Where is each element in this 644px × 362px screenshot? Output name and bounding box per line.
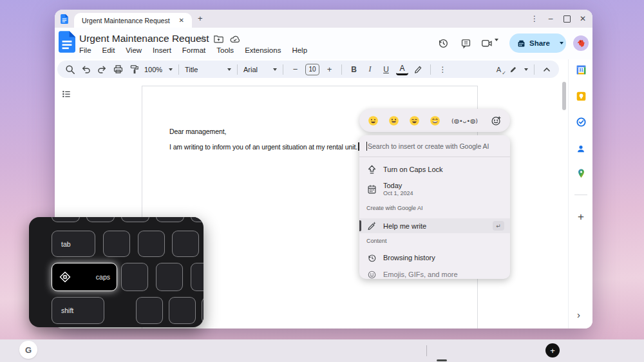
version-history-icon[interactable] [435,35,451,52]
menu-edit[interactable]: Edit [102,46,115,54]
emoji-grinning-face[interactable] [368,115,379,126]
menu-insert[interactable]: Insert [153,46,171,54]
paint-format-icon[interactable] [128,62,140,76]
key[interactable] [136,297,163,324]
search-caret [366,142,367,151]
font-size-decrease-button[interactable]: − [289,62,301,76]
underline-button[interactable]: U [380,62,392,76]
key[interactable] [156,263,183,291]
virtual-keyboard: tab caps shift [29,217,204,327]
menu-item-emojis-gifs[interactable]: Emojis, GIFs, and more [359,267,510,279]
key-tab[interactable]: tab [52,231,95,257]
print-icon[interactable] [112,62,124,76]
toolbar-overflow-icon[interactable]: ⋮ [437,62,449,76]
font-size-input[interactable]: 10 [305,64,319,75]
menu-help[interactable]: Help [292,46,307,54]
launcher-button[interactable]: G [19,341,37,359]
quick-insert-emoji-bar: (◍•ᴗ•◍) [359,109,510,132]
docs-header: Urgent Maintenance Request ☆ File Edit V… [55,28,592,59]
font-size-increase-button[interactable]: + [323,62,336,76]
move-folder-icon[interactable] [214,35,223,43]
share-dropdown-icon[interactable] [560,42,564,44]
key-shift[interactable]: shift [52,297,104,324]
domain-lock-icon [517,39,526,48]
edit-pen-icon [509,65,518,74]
keep-app-icon[interactable] [575,90,587,102]
menu-tools[interactable]: Tools [216,46,234,54]
browsing-history-icon [366,252,377,263]
star-icon[interactable]: ☆ [199,33,207,43]
font-family-value: Arial [243,66,258,73]
key[interactable] [103,231,130,257]
docs-favicon-icon [61,14,68,24]
key[interactable] [86,217,115,222]
new-tab-button[interactable]: + [198,14,203,23]
svg-text:31: 31 [578,68,583,72]
share-button[interactable]: Share [509,33,566,53]
docs-logo-icon[interactable] [59,31,75,53]
undo-icon[interactable] [80,62,92,76]
key[interactable] [138,231,165,257]
menu-item-caps-lock[interactable]: Turn on Caps Lock [359,162,510,177]
search-menus-icon[interactable] [64,62,76,76]
menu-extensions[interactable]: Extensions [245,46,281,54]
redo-icon[interactable] [96,62,108,76]
collapse-toolbar-icon[interactable] [540,62,553,76]
key[interactable] [121,263,148,291]
browser-tab[interactable]: Urgent Maintenance Request ✕ [74,13,192,28]
doc-paragraph: I am writing to inform you of an urgent … [169,142,359,151]
menu-file[interactable]: File [79,46,91,54]
new-desk-add-button[interactable]: + [545,343,560,357]
key[interactable] [191,263,204,291]
side-panel-add-icon[interactable]: + [575,211,587,223]
quick-insert-search[interactable]: Search to insert or create with Google A… [359,135,510,157]
kaomoji-suggestion[interactable]: (◍•ᴗ•◍) [451,117,478,124]
menu-item-today[interactable]: Today Oct 1, 2024 [359,180,510,198]
highlight-pen-icon[interactable] [412,62,424,76]
insert-emoji-icon[interactable] [491,115,502,126]
contacts-app-icon[interactable] [575,143,587,155]
tab-title: Urgent Maintenance Request [82,17,176,24]
menu-format[interactable]: Format [182,46,205,54]
editing-mode-select[interactable] [509,62,528,76]
key[interactable] [156,217,184,222]
window-maximize-icon[interactable] [561,13,573,24]
menu-view[interactable]: View [126,46,142,54]
key[interactable] [172,231,199,257]
cloud-status-icon[interactable] [230,35,240,43]
key[interactable] [169,297,196,324]
key-caps-lock[interactable]: caps [52,263,117,291]
tab-close-icon[interactable]: ✕ [176,15,187,25]
document-scrollbar[interactable] [562,82,566,110]
emoji-smiling-face-closed-eyes[interactable] [409,115,420,126]
emoji-smiley-face[interactable] [388,115,399,126]
key[interactable] [52,217,80,222]
italic-button[interactable]: I [364,62,376,76]
zoom-select[interactable]: 100% [144,62,173,76]
document-title[interactable]: Urgent Maintenance Request [79,33,209,44]
meet-call-icon[interactable] [478,35,495,52]
comments-icon[interactable] [457,35,474,52]
text-color-button[interactable]: A [396,63,408,75]
document-outline-icon[interactable] [62,90,71,99]
spellcheck-icon[interactable]: A ✓ [493,62,505,76]
tasks-app-icon[interactable] [575,116,587,128]
font-family-select[interactable]: Arial [243,62,277,76]
paragraph-style-select[interactable]: Title [185,62,231,76]
share-label: Share [529,39,550,47]
paragraph-style-value: Title [185,66,198,73]
window-menu-icon[interactable]: ⋮ [529,13,540,24]
side-panel-expand-icon[interactable]: › [577,309,580,320]
doc-paragraph: Dear management, [169,128,226,135]
meet-dropdown-icon[interactable] [495,39,498,41]
account-avatar[interactable] [573,35,589,51]
maps-app-icon[interactable] [575,167,587,179]
emoji-beaming-face[interactable] [430,115,440,126]
calendar-app-icon[interactable]: 31 [575,64,587,75]
menu-item-help-me-write[interactable]: Help me write ↵ [359,218,510,233]
menu-item-browsing-history[interactable]: Browsing history [359,250,510,265]
window-minimize-icon[interactable]: – [545,13,556,24]
bold-button[interactable]: B [348,62,360,76]
key[interactable] [121,217,149,222]
window-close-icon[interactable]: ✕ [577,13,589,24]
